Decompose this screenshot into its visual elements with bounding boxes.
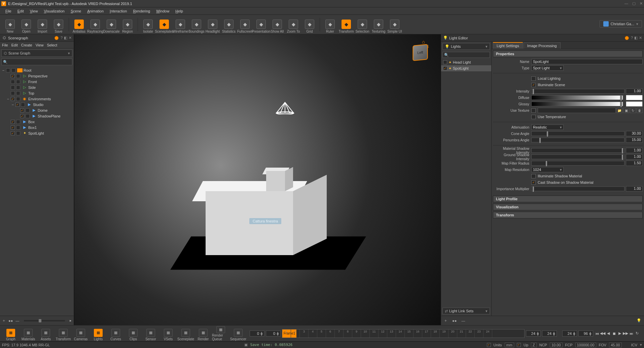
attenuation-select[interactable]: Realistic▾: [531, 125, 564, 130]
sg-menu-edit[interactable]: Edit: [11, 43, 18, 47]
timeline-range-input[interactable]: 24▲▼: [542, 330, 557, 337]
terminal-icon[interactable]: ▣: [244, 343, 248, 347]
tool-fullscreen[interactable]: ◆Fullscreen: [237, 16, 253, 33]
tree-twisty-icon[interactable]: −: [6, 97, 10, 101]
tree-node-perspective[interactable]: ✓▷Perspective: [0, 73, 74, 79]
user-badge[interactable]: Christian Ga... ▾: [600, 20, 642, 28]
light-item-head-light[interactable]: ✦Head Light: [441, 59, 491, 65]
cast-shadow-checkbox[interactable]: ✓: [531, 180, 536, 185]
visibility-checkbox[interactable]: [11, 91, 15, 95]
btool-sceneplate[interactable]: ▦Sceneplate: [177, 326, 194, 341]
texture-path-input[interactable]: [538, 108, 616, 113]
map-filter-slider[interactable]: [531, 161, 624, 166]
light-del-button[interactable]: —: [461, 319, 465, 323]
illum-shadow-mat-checkbox[interactable]: [531, 174, 536, 178]
tool-new[interactable]: ◆New: [2, 16, 18, 33]
tree-node-front[interactable]: ▷Front: [0, 79, 74, 84]
close-button[interactable]: ✕: [640, 1, 643, 6]
visibility-checkbox[interactable]: ✓: [20, 108, 24, 112]
panel-close-button[interactable]: ✕: [69, 36, 72, 40]
texture-browse-button[interactable]: 📁: [616, 108, 622, 113]
aux-checkbox[interactable]: [21, 103, 25, 107]
sg-menu-file[interactable]: File: [2, 43, 8, 47]
visibility-checkbox[interactable]: [11, 85, 15, 90]
timeline-ruler[interactable]: Frame11234567891011121314151617181920212…: [282, 329, 525, 338]
tree-node-top[interactable]: ▷Top: [0, 90, 74, 96]
visibility-checkbox[interactable]: [6, 68, 10, 72]
maximize-button[interactable]: ▢: [632, 1, 636, 6]
tree-node-studio[interactable]: −✓▶Studio: [0, 102, 74, 107]
scenegraph-type-select[interactable]: ⌬ Scene Graph ▾: [1, 49, 72, 57]
tree-node-side[interactable]: ▷Side: [0, 84, 74, 90]
panel-popout-button[interactable]: ◧: [634, 36, 638, 40]
tool-import[interactable]: ◆Import: [34, 16, 50, 33]
ground-shadow-input[interactable]: 1.00: [626, 154, 643, 160]
playback-btn-1[interactable]: ◀◀: [600, 331, 605, 336]
aux-checkbox[interactable]: [16, 131, 20, 135]
btool-clips[interactable]: ▦Clips: [124, 326, 142, 341]
fcp-input[interactable]: 100000.00: [575, 343, 596, 347]
panel-help-button[interactable]: ?: [61, 36, 63, 40]
menu-edit[interactable]: Edit: [15, 8, 27, 14]
scenegraph-add-button[interactable]: ＋: [2, 318, 6, 323]
btool-graph[interactable]: ▦Graph: [2, 326, 20, 341]
menu-help[interactable]: Help: [173, 8, 186, 14]
tool-save[interactable]: ◆Save: [50, 16, 67, 33]
panel-help-button[interactable]: ?: [631, 36, 633, 40]
ncp-input[interactable]: 10.00: [550, 343, 563, 347]
menu-visualization[interactable]: Visualization: [41, 8, 67, 14]
tool-statistics[interactable]: ◆Statistics: [221, 16, 237, 33]
units-checkbox[interactable]: ✓: [487, 343, 491, 347]
btool-render[interactable]: ▦Render: [194, 326, 212, 341]
penumbra-input[interactable]: 15.00: [626, 137, 643, 143]
light-name-input[interactable]: SpotLight: [531, 59, 643, 64]
importance-input[interactable]: 1.00: [626, 186, 643, 192]
btool-lights[interactable]: ▦Lights: [90, 326, 107, 341]
tool-region[interactable]: ◆Region: [119, 16, 136, 33]
tree-node-spotlight[interactable]: ✓✦SpotLight: [0, 130, 74, 136]
intensity-slider[interactable]: [531, 89, 624, 94]
glossy-slider[interactable]: [531, 102, 623, 106]
menu-animation[interactable]: Animation: [84, 8, 106, 14]
timeline-end-input[interactable]: 24▲▼: [526, 330, 541, 337]
tool-transform[interactable]: ◆Transform: [338, 16, 354, 33]
use-texture-checkbox[interactable]: [531, 108, 536, 113]
tree-twisty-icon[interactable]: −: [1, 68, 5, 72]
aux-checkbox[interactable]: [16, 97, 20, 101]
visibility-checkbox[interactable]: ✓: [11, 120, 15, 124]
importance-slider[interactable]: [531, 186, 624, 191]
panel-popout-button[interactable]: ◧: [64, 36, 67, 40]
light-enable-checkbox[interactable]: ✓: [443, 66, 447, 70]
light-linksets-select[interactable]: ⇄ Light Link Sets ▾: [442, 308, 490, 314]
tool-texturing[interactable]: ◆Texturing: [370, 16, 387, 33]
visibility-checkbox[interactable]: ✓: [11, 74, 15, 78]
texture-delete-button[interactable]: 🗑: [637, 108, 643, 113]
cone-angle-input[interactable]: 30.00: [626, 131, 643, 136]
diffuse-slider[interactable]: [531, 95, 623, 100]
playback-btn-0[interactable]: ⏮: [595, 331, 599, 336]
tool-open[interactable]: ◆Open: [18, 16, 34, 33]
tab-light-settings[interactable]: Light Settings: [493, 42, 523, 49]
tool-grid[interactable]: ◆Grid: [301, 16, 318, 33]
icv-button[interactable]: ICV: [631, 343, 637, 347]
units-select[interactable]: mm: [505, 343, 514, 347]
visibility-checkbox[interactable]: ✓: [20, 114, 24, 118]
light-type-select[interactable]: Spot Light▾: [531, 65, 564, 71]
tab-image-processing[interactable]: Image Processing: [524, 42, 561, 49]
tool-headlight[interactable]: ◆Headlight: [205, 16, 221, 33]
timeline-b-input[interactable]: 96▲▼: [578, 330, 593, 337]
intensity-input[interactable]: 1.00: [626, 89, 643, 94]
aux-checkbox[interactable]: [26, 108, 30, 112]
timeline-a-input[interactable]: 24▲▼: [562, 330, 577, 337]
tree-node-box1[interactable]: ✓▶Box1: [0, 125, 74, 130]
local-lighting-checkbox[interactable]: [531, 76, 536, 81]
section-visualization[interactable]: Visualization: [493, 204, 643, 210]
visibility-checkbox[interactable]: ✓: [11, 126, 15, 130]
btool-sensor[interactable]: ▦Sensor: [142, 326, 159, 341]
scenegraph-dup-button[interactable]: ●●: [8, 319, 13, 323]
sg-menu-select[interactable]: Select: [47, 43, 57, 47]
menu-scene[interactable]: Scene: [68, 8, 84, 14]
tree-node-environments[interactable]: −✓◉Environments: [0, 96, 74, 102]
playback-btn-4[interactable]: ▶: [617, 331, 622, 336]
tool-presentation[interactable]: ◆Presentation: [253, 16, 269, 33]
